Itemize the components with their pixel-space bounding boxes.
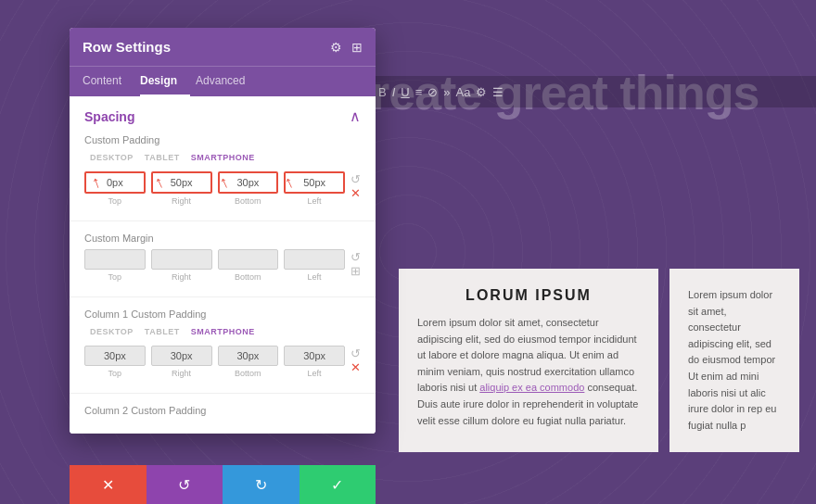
reset-button[interactable]: ↺	[147, 465, 223, 504]
device-tab-desktop[interactable]: DESKTOP	[84, 151, 139, 164]
layout-icon[interactable]: ⊞	[351, 40, 363, 55]
col1-left-group: Left	[284, 346, 345, 378]
tab-design[interactable]: Design	[140, 67, 190, 96]
col2-padding-section: Column 2 Custom Padding	[70, 394, 376, 434]
spacing-section: Spacing ∧ Custom Padding DESKTOP TABLET …	[70, 96, 376, 221]
margin-bottom-input[interactable]	[218, 249, 279, 270]
col1-bottom-input[interactable]	[218, 346, 279, 366]
col1-right-label: Right	[172, 369, 191, 378]
redo-button[interactable]: ↻	[223, 465, 300, 504]
cancel-button[interactable]: ✕	[70, 465, 147, 504]
padding-bottom-group: Bottom	[218, 171, 279, 206]
panel-title: Row Settings	[83, 39, 171, 55]
margin-right-label: Right	[172, 272, 191, 282]
padding-bottom-input[interactable]	[218, 171, 279, 194]
spacing-title: Spacing	[84, 109, 134, 124]
col1-actions: ↺ ✕	[351, 346, 361, 373]
content-card-1: LORUM IPSUM Lorem ipsum dolor sit amet, …	[399, 269, 658, 452]
col1-reset-icon[interactable]: ↺	[351, 347, 361, 359]
card-2-text: Lorem ipsum dolor sit amet, consectetur …	[688, 287, 781, 434]
col2-padding-label: Column 2 Custom Padding	[84, 405, 361, 416]
col1-inputs-row: Top Right Bottom Left ↺ ✕	[84, 346, 361, 378]
padding-top-label: Top	[108, 196, 122, 206]
redo-icon: ↻	[255, 476, 267, 494]
padding-reset-icon[interactable]: ↺	[351, 173, 361, 185]
panel-header-icons: ⚙ ⊞	[330, 40, 363, 55]
col1-right-group: Right	[151, 346, 212, 378]
tab-advanced[interactable]: Advanced	[196, 67, 258, 96]
align-icon[interactable]: ≡	[415, 85, 423, 99]
reset-icon: ↺	[178, 476, 190, 494]
padding-bottom-label: Bottom	[235, 196, 261, 206]
card-area: LORUM IPSUM Lorem ipsum dolor sit amet, …	[399, 269, 816, 452]
col1-device-tabs: DESKTOP TABLET SMARTPHONE	[84, 325, 361, 338]
tab-content[interactable]: Content	[83, 67, 134, 96]
padding-left-input[interactable]	[284, 171, 345, 194]
margin-actions: ↺ ⊞	[351, 249, 361, 277]
card-1-text: Lorem ipsum dolor sit amet, consectetur …	[417, 315, 640, 429]
col1-bottom-group: Bottom	[218, 346, 279, 378]
padding-top-input[interactable]	[84, 171, 146, 194]
underline-icon[interactable]: U	[401, 85, 409, 99]
col1-padding-section: Column 1 Custom Padding DESKTOP TABLET S…	[70, 297, 376, 394]
col1-clear-icon[interactable]: ✕	[351, 361, 361, 373]
custom-padding-label: Custom Padding	[84, 134, 361, 145]
card-1-title: LORUM IPSUM	[417, 287, 640, 304]
col1-device-tab-desktop[interactable]: DESKTOP	[84, 325, 139, 338]
settings-panel: Row Settings ⚙ ⊞ Content Design Advanced…	[70, 28, 376, 434]
margin-left-input[interactable]	[284, 249, 345, 270]
content-card-2: Lorem ipsum dolor sit amet, consectetur …	[669, 269, 799, 452]
settings-icon[interactable]: ⚙	[476, 85, 487, 99]
margin-left-group: Left	[284, 249, 345, 282]
custom-margin-label: Custom Margin	[84, 233, 361, 244]
margin-bottom-label: Bottom	[235, 272, 261, 282]
col1-device-tab-tablet[interactable]: TABLET	[139, 325, 185, 338]
margin-top-group: Top	[84, 249, 146, 282]
col1-left-input[interactable]	[284, 346, 345, 366]
col1-top-group: Top	[84, 346, 146, 378]
settings-gear-icon[interactable]: ⚙	[330, 40, 342, 55]
panel-tabs: Content Design Advanced	[70, 66, 376, 96]
italic-icon[interactable]: I	[392, 85, 396, 99]
panel-header: Row Settings ⚙ ⊞	[70, 28, 376, 66]
device-tab-tablet[interactable]: TABLET	[139, 151, 185, 164]
bold-icon[interactable]: B	[378, 85, 387, 99]
save-icon: ✓	[331, 476, 343, 494]
cancel-icon: ✕	[102, 476, 114, 494]
list-icon[interactable]: ☰	[492, 85, 504, 99]
margin-link-icon[interactable]: ⊞	[351, 265, 361, 277]
padding-device-tabs: DESKTOP TABLET SMARTPHONE	[84, 151, 361, 164]
margin-bottom-group: Bottom	[218, 249, 279, 282]
padding-right-label: Right	[172, 196, 191, 206]
margin-top-input[interactable]	[84, 249, 146, 270]
spacing-toggle-icon[interactable]: ∧	[350, 107, 361, 125]
panel-body: Spacing ∧ Custom Padding DESKTOP TABLET …	[70, 96, 376, 434]
highlight-link[interactable]: aliquip ex ea commodo	[479, 382, 584, 393]
padding-clear-icon[interactable]: ✕	[351, 187, 361, 199]
col1-device-tab-smartphone[interactable]: SMARTPHONE	[185, 325, 261, 338]
padding-top-group: Top	[84, 171, 146, 206]
padding-left-group: Left	[284, 171, 345, 206]
margin-right-input[interactable]	[151, 249, 212, 270]
padding-actions: ↺ ✕	[351, 171, 361, 199]
margin-reset-icon[interactable]: ↺	[351, 251, 361, 263]
margin-right-group: Right	[151, 249, 212, 282]
margin-section: Custom Margin Top Right Bottom Left	[70, 221, 376, 297]
quote-icon[interactable]: »	[443, 85, 450, 99]
col1-top-label: Top	[108, 369, 122, 378]
link-icon[interactable]: ⊘	[427, 85, 438, 99]
padding-right-input[interactable]	[151, 171, 212, 194]
device-tab-smartphone[interactable]: SMARTPHONE	[185, 151, 261, 164]
col1-right-input[interactable]	[151, 346, 212, 366]
padding-left-label: Left	[308, 196, 322, 206]
margin-top-label: Top	[108, 272, 122, 282]
padding-inputs-row: Top Right Bottom Left ↺ ✕	[84, 171, 361, 206]
toolbar-strip: B I U ≡ ⊘ » Aa ⚙ ☰	[371, 76, 816, 107]
font-icon[interactable]: Aa	[456, 85, 471, 99]
col1-padding-label: Column 1 Custom Padding	[84, 309, 361, 320]
col1-top-input[interactable]	[84, 346, 146, 366]
save-button[interactable]: ✓	[300, 465, 376, 504]
margin-inputs-row: Top Right Bottom Left ↺ ⊞	[84, 249, 361, 282]
padding-right-group: Right	[151, 171, 212, 206]
spacing-header: Spacing ∧	[84, 107, 361, 125]
